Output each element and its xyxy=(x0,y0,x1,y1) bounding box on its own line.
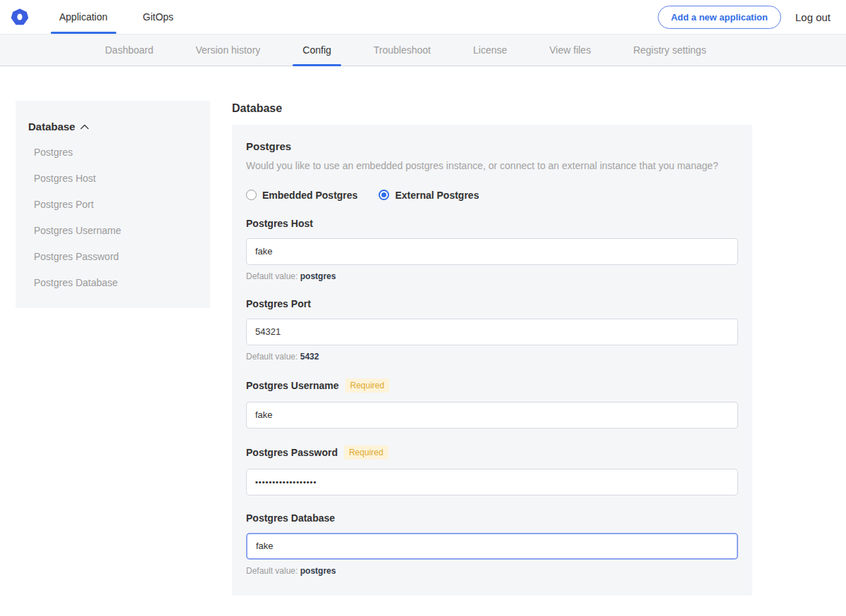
postgres-database-label: Postgres Database xyxy=(246,512,335,524)
postgres-port-default: Default value: 5432 xyxy=(246,352,738,362)
app-subnav: Dashboard Version history Config Trouble… xyxy=(0,34,846,66)
radio-embedded-postgres-label: Embedded Postgres xyxy=(262,190,357,201)
postgres-username-label: Postgres Username xyxy=(246,380,339,391)
top-nav: Application GitOps Add a new application… xyxy=(0,0,846,34)
subnav-item-view-files[interactable]: View files xyxy=(539,35,601,66)
subnav-item-version-history[interactable]: Version history xyxy=(186,35,271,66)
field-postgres-database: Postgres Database Default value: postgre… xyxy=(246,512,738,576)
subnav-label-license: License xyxy=(473,44,507,56)
radio-checked-icon xyxy=(379,190,389,200)
postgres-password-label: Postgres Password xyxy=(246,447,338,458)
group-title-postgres: Postgres xyxy=(246,140,738,152)
subnav-label-config: Config xyxy=(302,44,331,56)
field-postgres-username: Postgres Username Required xyxy=(246,378,738,429)
top-nav-right: Add a new application Log out xyxy=(658,6,846,29)
sidebar-group-database[interactable]: Database xyxy=(28,121,197,133)
config-page: Database Postgres Postgres Host Postgres… xyxy=(0,101,846,616)
sidebar-item-postgres-port[interactable]: Postgres Port xyxy=(34,199,197,210)
subnav-label-registry-settings: Registry settings xyxy=(633,44,706,56)
radio-embedded-postgres[interactable]: Embedded Postgres xyxy=(246,190,357,201)
logout-link[interactable]: Log out xyxy=(795,11,830,23)
top-nav-tabs: Application GitOps xyxy=(51,0,200,34)
field-postgres-port: Postgres Port Default value: 5432 xyxy=(246,298,738,362)
sidebar-group-database-label: Database xyxy=(28,121,75,133)
subnav-label-version-history: Version history xyxy=(196,44,261,56)
tab-gitops-label: GitOps xyxy=(143,11,174,23)
config-main: Database Postgres Would you like to use … xyxy=(232,101,752,616)
tab-application-label: Application xyxy=(59,11,108,23)
subnav-item-license[interactable]: License xyxy=(463,35,517,66)
postgres-port-label: Postgres Port xyxy=(246,298,311,309)
subnav-item-troubleshoot[interactable]: Troubleshoot xyxy=(364,35,441,66)
subnav-item-registry-settings[interactable]: Registry settings xyxy=(623,35,716,66)
sidebar-item-postgres-password[interactable]: Postgres Password xyxy=(34,251,197,262)
postgres-host-label: Postgres Host xyxy=(246,218,313,229)
app-logo-icon xyxy=(11,8,28,25)
postgres-host-default: Default value: postgres xyxy=(246,271,738,281)
postgres-database-default: Default value: postgres xyxy=(246,566,738,576)
sidebar-item-postgres-username[interactable]: Postgres Username xyxy=(34,225,197,236)
database-config-card: Postgres Would you like to use an embedd… xyxy=(232,125,752,596)
required-badge: Required xyxy=(344,445,388,460)
field-postgres-password: Postgres Password Required xyxy=(246,445,738,495)
subnav-label-view-files: View files xyxy=(549,44,591,56)
required-badge: Required xyxy=(345,378,390,393)
postgres-mode-radio-group: Embedded Postgres External Postgres xyxy=(246,190,738,201)
sidebar-item-postgres-database[interactable]: Postgres Database xyxy=(34,277,197,288)
radio-external-postgres-label: External Postgres xyxy=(395,190,479,201)
sidebar-item-postgres-host[interactable]: Postgres Host xyxy=(34,173,197,184)
section-title: Database xyxy=(232,102,752,115)
tab-gitops[interactable]: GitOps xyxy=(135,0,183,34)
subnav-label-troubleshoot: Troubleshoot xyxy=(374,44,431,56)
config-sidebar: Database Postgres Postgres Host Postgres… xyxy=(16,101,210,308)
group-help-text: Would you like to use an embedded postgr… xyxy=(246,159,738,173)
sidebar-item-list: Postgres Postgres Host Postgres Port Pos… xyxy=(28,147,197,288)
postgres-database-input[interactable] xyxy=(246,533,738,560)
tab-application[interactable]: Application xyxy=(51,0,116,34)
chevron-up-icon xyxy=(80,124,89,130)
subnav-label-dashboard: Dashboard xyxy=(105,44,154,56)
radio-external-postgres[interactable]: External Postgres xyxy=(379,190,479,201)
sidebar-item-postgres[interactable]: Postgres xyxy=(34,147,197,158)
postgres-username-input[interactable] xyxy=(246,402,738,429)
field-postgres-host: Postgres Host Default value: postgres xyxy=(246,218,738,281)
postgres-port-input[interactable] xyxy=(246,319,738,345)
subnav-item-config[interactable]: Config xyxy=(293,35,341,66)
postgres-host-input[interactable] xyxy=(246,238,738,265)
radio-unchecked-icon xyxy=(246,190,257,200)
subnav-item-dashboard[interactable]: Dashboard xyxy=(95,35,164,66)
postgres-password-input[interactable] xyxy=(246,469,738,495)
add-new-application-button[interactable]: Add a new application xyxy=(658,6,781,29)
